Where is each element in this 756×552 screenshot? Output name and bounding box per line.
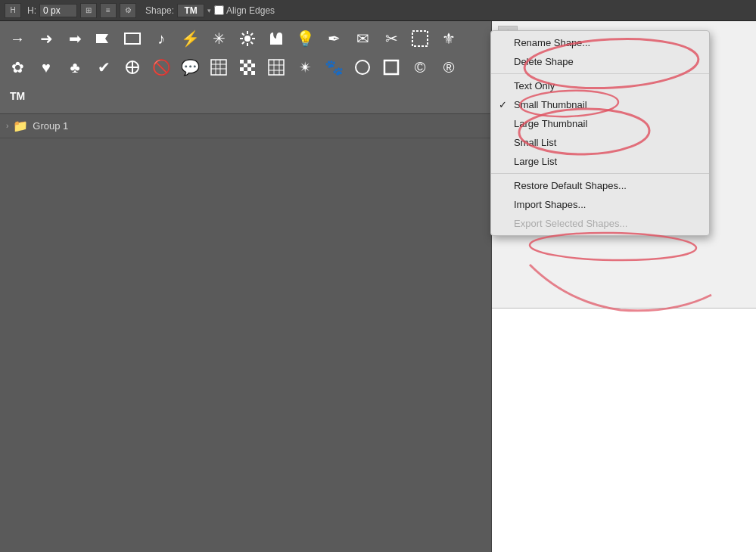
shape-grid: → ➜ ➡ ♪ ⚡ ✳ 💡 ✒ ✉ ✂ ⚜ ✿ ♥ ♣ ✔ 🚫 [0,21,491,114]
shape-rectangle[interactable] [118,24,147,53]
menu-item-large-list[interactable]: Large List [491,152,709,171]
shape-registered[interactable]: ® [434,53,463,82]
svg-rect-10 [412,31,428,46]
export-shapes-label: Export Selected Shapes... [514,218,627,229]
shape-trademark[interactable]: TM [3,82,32,110]
shape-envelope[interactable]: ✉ [348,24,377,53]
menu-section-2: Text Only Small Thumbnail Large Thumbnai… [491,74,709,174]
restore-default-label: Restore Default Shapes... [514,180,627,191]
svg-rect-27 [269,60,284,75]
large-list-label: Large List [514,156,557,167]
menu-item-small-list[interactable]: Small List [491,133,709,152]
menu-item-export-shapes: Export Selected Shapes... [491,214,709,233]
svg-rect-26 [251,71,255,75]
shape-checker[interactable] [233,53,262,82]
align-edges-label: Align Edges [226,5,275,16]
shape-asterisk[interactable]: ✳ [204,24,233,53]
shape-lightbulb[interactable]: 💡 [291,24,319,53]
shape-grass[interactable] [262,24,291,53]
svg-point-1 [244,36,250,42]
toolbar-icon-3[interactable]: ≡ [100,3,117,18]
shape-value[interactable]: TM [177,4,204,17]
toolbar-icon-2[interactable]: ⊞ [80,3,97,18]
small-thumbnail-label: Small Thumbnail [514,99,587,110]
shape-hatched[interactable] [204,53,233,82]
shape-label: Shape: [145,5,174,16]
shape-arrow-right-bold[interactable]: ➜ [32,24,61,53]
left-panel: → ➜ ➡ ♪ ⚡ ✳ 💡 ✒ ✉ ✂ ⚜ ✿ ♥ ♣ ✔ 🚫 [0,21,492,552]
svg-rect-24 [247,67,251,71]
shape-no-sign[interactable]: 🚫 [147,53,176,82]
small-list-label: Small List [514,137,556,148]
shape-selector: Shape: TM ▾ [142,4,211,17]
menu-section-3: Restore Default Shapes... Import Shapes.… [491,174,709,235]
shape-square-filled[interactable] [377,53,406,82]
chevron-right-icon: › [6,122,8,130]
shape-crosshair[interactable] [118,53,147,82]
shape-circle[interactable] [348,53,377,82]
menu-item-rename-shape[interactable]: Rename Shape... [491,33,709,52]
toolbar-icon-1[interactable]: H [5,3,21,18]
svg-rect-21 [244,64,247,67]
align-edges-checkbox[interactable] [214,5,224,15]
svg-rect-0 [125,33,140,44]
menu-item-large-thumbnail[interactable]: Large Thumbnail [491,114,709,133]
shape-music-note[interactable]: ♪ [147,24,176,53]
toolbar-icon-4[interactable]: ⚙ [120,3,136,18]
context-menu: Rename Shape... Delete Shape Text Only S… [490,30,710,236]
import-shapes-label: Import Shapes... [514,199,586,210]
group-name: Group 1 [33,120,68,132]
svg-rect-33 [384,60,398,74]
svg-line-7 [250,42,253,44]
shape-arrow-right-filled[interactable]: ➡ [61,24,89,53]
svg-line-8 [242,42,244,44]
svg-rect-20 [247,60,251,64]
svg-line-9 [250,33,253,36]
svg-rect-19 [240,60,244,64]
shape-checkmark[interactable]: ✔ [89,53,118,82]
menu-item-small-thumbnail[interactable]: Small Thumbnail [491,95,709,114]
shape-scissors[interactable]: ✂ [377,24,406,53]
shape-sun[interactable] [233,24,262,53]
shape-club[interactable]: ♣ [61,53,89,82]
align-edges-control: Align Edges [214,5,275,16]
menu-item-text-only[interactable]: Text Only [491,76,709,95]
delete-shape-label: Delete Shape [514,56,574,67]
folder-icon: 📁 [13,119,28,133]
shape-dashed-rect[interactable] [406,24,434,53]
shape-fleur[interactable]: ⚜ [434,24,463,53]
shape-dropdown-arrow[interactable]: ▾ [207,7,211,14]
shape-copyright[interactable]: © [406,53,434,82]
group-item[interactable]: › 📁 Group 1 [0,114,491,138]
shape-arrow-right[interactable]: → [3,24,32,53]
shape-heart[interactable]: ♥ [32,53,61,82]
menu-item-delete-shape[interactable]: Delete Shape [491,52,709,71]
shape-starburst[interactable]: ✴ [291,53,319,82]
h-label: H: [27,5,36,16]
shape-wheel[interactable]: ✿ [3,53,32,82]
svg-rect-22 [251,64,255,67]
shape-speech-bubble[interactable]: 💬 [176,53,204,82]
menu-section-1: Rename Shape... Delete Shape [491,31,709,74]
text-only-label: Text Only [514,80,555,91]
large-thumbnail-label: Large Thumbnail [514,118,587,129]
shape-pen[interactable]: ✒ [319,24,348,53]
shape-lightning[interactable]: ⚡ [176,24,204,53]
shape-grid[interactable] [262,53,291,82]
main-toolbar: H H: 0 px ⊞ ≡ ⚙ Shape: TM ▾ Align Edges [0,0,756,21]
svg-point-32 [356,60,369,74]
svg-line-6 [242,33,244,36]
menu-item-import-shapes[interactable]: Import Shapes... [491,195,709,214]
right-panel-bottom [492,309,756,552]
svg-rect-23 [240,67,244,71]
svg-rect-14 [211,60,226,75]
menu-item-restore-default[interactable]: Restore Default Shapes... [491,176,709,195]
shape-paw[interactable]: 🐾 [319,53,348,82]
svg-rect-25 [244,71,247,75]
h-value[interactable]: 0 px [39,4,77,17]
shape-banner[interactable] [89,24,118,53]
rename-shape-label: Rename Shape... [514,37,590,48]
